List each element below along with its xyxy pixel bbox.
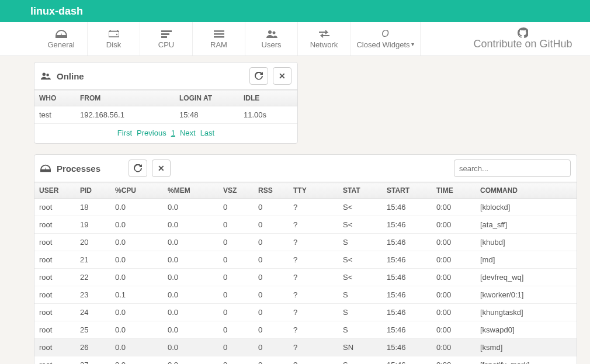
table-cell: 0 bbox=[218, 216, 254, 234]
column-header[interactable]: RSS bbox=[254, 183, 289, 199]
svg-rect-6 bbox=[214, 33, 224, 35]
refresh-icon bbox=[134, 164, 142, 172]
exchange-icon bbox=[319, 29, 329, 39]
table-cell: ? bbox=[289, 269, 338, 286]
svg-rect-7 bbox=[214, 36, 224, 38]
column-header[interactable]: FROM bbox=[75, 91, 175, 106]
column-header[interactable]: PID bbox=[75, 183, 110, 199]
top-bar: linux-dash bbox=[0, 0, 590, 22]
table-cell: 0:00 bbox=[432, 339, 476, 356]
table-cell: S< bbox=[338, 269, 382, 286]
nav-bar: General Disk CPU RAM Users Network O bbox=[0, 22, 590, 56]
dashboard-icon bbox=[55, 29, 67, 39]
column-header[interactable]: TIME bbox=[432, 183, 476, 199]
nav-spacer bbox=[421, 22, 456, 56]
table-cell: root bbox=[34, 356, 75, 365]
table-cell: 26 bbox=[75, 339, 110, 356]
column-header[interactable]: %MEM bbox=[163, 183, 218, 199]
table-cell: 15:46 bbox=[382, 199, 432, 216]
svg-rect-3 bbox=[161, 33, 169, 35]
table-cell: 0 bbox=[254, 216, 289, 234]
table-cell: 0 bbox=[218, 304, 254, 321]
nav-cpu[interactable]: CPU bbox=[140, 22, 193, 56]
table-cell: S bbox=[338, 286, 382, 304]
table-cell: [khubd] bbox=[476, 234, 577, 251]
panel-header: Online ✕ bbox=[34, 63, 297, 90]
column-header[interactable]: %CPU bbox=[110, 183, 163, 199]
table-cell: root bbox=[34, 234, 75, 251]
table-row: root220.00.000?S<15:460:00[devfreq_wq] bbox=[34, 269, 577, 286]
nav-closed-widgets[interactable]: O Closed Widgets ▾ bbox=[350, 22, 421, 56]
table-cell: 0.0 bbox=[163, 251, 218, 269]
nav-network[interactable]: Network bbox=[298, 22, 350, 56]
table-cell: 0.0 bbox=[163, 269, 218, 286]
table-cell: 0 bbox=[218, 199, 254, 216]
svg-rect-4 bbox=[161, 36, 167, 38]
online-table: WHOFROMLOGIN ATIDLE test192.168.56.115:4… bbox=[34, 90, 297, 124]
table-cell: 15:46 bbox=[382, 234, 432, 251]
pager-link[interactable]: Previous bbox=[137, 129, 166, 137]
nav-disk[interactable]: Disk bbox=[88, 22, 140, 56]
close-button[interactable]: ✕ bbox=[152, 160, 171, 177]
nav-label: Users bbox=[262, 40, 282, 49]
tasks-icon bbox=[161, 29, 172, 39]
bars-icon bbox=[214, 29, 224, 39]
refresh-button[interactable] bbox=[249, 67, 268, 85]
svg-point-8 bbox=[268, 30, 272, 34]
nav-general[interactable]: General bbox=[35, 22, 88, 56]
table-cell: S bbox=[338, 356, 382, 365]
refresh-button[interactable] bbox=[129, 160, 147, 177]
table-cell: ? bbox=[289, 286, 338, 304]
table-cell: 15:46 bbox=[382, 356, 432, 365]
table-cell: 15:46 bbox=[382, 269, 432, 286]
table-cell: 15:46 bbox=[382, 286, 432, 304]
svg-point-11 bbox=[46, 74, 49, 77]
column-header[interactable]: USER bbox=[34, 183, 75, 199]
pager-link[interactable]: First bbox=[117, 129, 132, 137]
users-icon bbox=[266, 29, 277, 39]
column-header[interactable]: STAT bbox=[338, 183, 382, 199]
svg-point-9 bbox=[272, 32, 275, 34]
table-cell: 0.0 bbox=[110, 251, 163, 269]
pager-link[interactable]: Last bbox=[200, 129, 215, 137]
app-title: linux-dash bbox=[9, 5, 83, 18]
nav-ram[interactable]: RAM bbox=[193, 22, 245, 56]
column-header[interactable]: IDLE bbox=[239, 91, 297, 106]
table-cell: S bbox=[338, 234, 382, 251]
nav-label: Disk bbox=[106, 40, 121, 49]
table-cell: 0 bbox=[254, 234, 289, 251]
pager-link[interactable]: Next bbox=[180, 129, 196, 137]
table-cell: ? bbox=[289, 251, 338, 269]
table-row: root180.00.000?S<15:460:00[kblockd] bbox=[34, 199, 577, 216]
table-cell: 15:46 bbox=[382, 251, 432, 269]
table-cell: ? bbox=[289, 321, 338, 339]
dashboard-icon bbox=[40, 164, 51, 172]
online-panel: Online ✕ WHOFROMLOGIN ATIDLE test192.168… bbox=[34, 62, 298, 144]
table-cell: root bbox=[34, 216, 75, 234]
column-header[interactable]: WHO bbox=[34, 91, 75, 106]
table-cell: 0.0 bbox=[163, 234, 218, 251]
table-cell: 0 bbox=[254, 286, 289, 304]
column-header[interactable]: COMMAND bbox=[476, 183, 577, 199]
table-row: root190.00.000?S<15:460:00[ata_sff] bbox=[34, 216, 577, 234]
table-cell: 15:46 bbox=[382, 339, 432, 356]
close-button[interactable]: ✕ bbox=[273, 67, 291, 85]
table-cell: S bbox=[338, 321, 382, 339]
table-cell: root bbox=[34, 321, 75, 339]
svg-rect-2 bbox=[161, 30, 172, 32]
table-cell: root bbox=[34, 339, 75, 356]
nav-github[interactable]: Contribute on GitHub bbox=[456, 22, 590, 56]
table-cell: [kswapd0] bbox=[476, 321, 577, 339]
nav-label: Network bbox=[310, 40, 338, 49]
table-cell: root bbox=[34, 269, 75, 286]
search-input[interactable] bbox=[454, 160, 571, 177]
nav-users[interactable]: Users bbox=[245, 22, 298, 56]
pager-link[interactable]: 1 bbox=[171, 129, 175, 137]
column-header[interactable]: START bbox=[382, 183, 432, 199]
column-header[interactable]: VSZ bbox=[218, 183, 254, 199]
hdd-icon bbox=[109, 29, 119, 39]
column-header[interactable]: LOGIN AT bbox=[175, 91, 239, 106]
table-cell: 0 bbox=[218, 234, 254, 251]
column-header[interactable]: TTY bbox=[289, 183, 338, 199]
table-cell: ? bbox=[289, 304, 338, 321]
